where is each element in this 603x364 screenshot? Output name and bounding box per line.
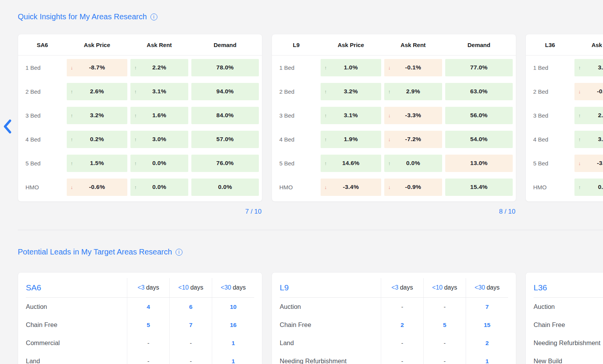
cell-wrap: ↑3.2%	[321, 83, 384, 100]
arrow-up-icon: ↑	[324, 137, 327, 142]
lead-type-label: Auction	[26, 298, 127, 316]
lead-count: 4	[127, 298, 169, 316]
row-label: 4 Bed	[272, 136, 321, 143]
arrow-up-icon: ↑	[71, 137, 73, 142]
lead-count: 1	[212, 352, 254, 364]
arrow-up-icon: ↑	[71, 113, 73, 118]
cell-wrap: ↑2.2%	[130, 59, 191, 76]
column-header-unit: days	[400, 284, 413, 291]
cell-value: 76.0%	[216, 160, 234, 167]
area-link[interactable]: L36	[534, 278, 603, 297]
lead-type-label: Chain Free	[26, 316, 127, 334]
row-label: 1 Bed	[526, 64, 574, 71]
cell-wrap: ↑0.0%	[384, 155, 445, 172]
cell-value: 84.0%	[216, 112, 234, 119]
cell-value: 2.6%	[90, 88, 104, 95]
column-header-unit: days	[190, 284, 203, 291]
lead-type-label: Needing Refurbishment	[534, 334, 603, 352]
value-cell: ↓-0.6%	[67, 179, 127, 196]
cell-value: 1.9%	[344, 136, 358, 143]
lead-type-label: Chain Free	[280, 316, 381, 334]
insights-table: SA6Ask PriceAsk RentDemand1 Bed↓-8.7%↑2.…	[18, 34, 262, 202]
lead-count: 6	[169, 298, 212, 316]
value-cell: ↑3.1%	[130, 83, 188, 100]
table-row: 4 Bed↑3.7%	[526, 127, 603, 151]
value-cell: ↓-0.9%	[384, 179, 442, 196]
arrow-up-icon: ↑	[324, 65, 327, 70]
cell-value: 3.2%	[344, 88, 358, 95]
area-code-header: SA6	[18, 42, 67, 48]
leads-card-l36: L36<3days<10days<30daysAuctionChain Free…	[525, 272, 603, 364]
cell-value: 3.0%	[152, 136, 166, 143]
cell-value: 63.0%	[470, 88, 488, 95]
table-row: Commercial--1	[26, 334, 254, 352]
column-header-threshold: <3	[137, 284, 144, 291]
leads-table-header: L9<3days<10days<30days	[280, 278, 508, 298]
arrow-up-icon: ↑	[134, 185, 137, 190]
column-header-threshold: <10	[178, 284, 189, 291]
lead-count: 10	[212, 298, 254, 316]
lead-count: 16	[212, 316, 254, 334]
cell-wrap: ↑0.0%	[130, 179, 191, 196]
info-icon[interactable]	[150, 13, 157, 20]
lead-count: -	[127, 352, 169, 364]
table-row: Land--2	[280, 334, 508, 352]
column-header-unit: days	[233, 284, 246, 291]
cell-value: 0.2%	[90, 136, 104, 143]
area-code-header: L36	[526, 42, 574, 48]
row-label: 1 Bed	[272, 64, 321, 71]
cell-value: 3.4%	[598, 64, 603, 71]
area-link[interactable]: SA6	[26, 278, 127, 297]
table-row: Auction--7	[280, 298, 508, 316]
cell-value: 78.0%	[216, 64, 234, 71]
table-row: 3 Bed↑3.1%↓-3.3%56.0%	[272, 103, 516, 127]
table-row: 2 Bed↑2.6%↑3.1%94.0%	[18, 79, 262, 103]
arrow-up-icon: ↑	[134, 89, 137, 94]
lead-type-label: Land	[280, 334, 381, 352]
table-row: Land--1	[26, 352, 254, 364]
table-row: 1 Bed↓-8.7%↑2.2%78.0%	[18, 56, 262, 79]
cell-wrap: 77.0%	[445, 59, 516, 76]
table-row: 4 Bed↑1.9%↓-7.2%54.0%	[272, 127, 516, 151]
arrow-up-icon: ↑	[324, 89, 327, 94]
column-header: <10days	[169, 278, 212, 297]
cell-value: 0.0%	[152, 184, 166, 190]
value-cell: 78.0%	[191, 59, 259, 76]
lead-count: 5	[423, 316, 466, 334]
arrow-up-icon: ↑	[134, 137, 137, 142]
info-icon[interactable]	[176, 249, 182, 256]
leads-title-text: Potential Leads in My Target Areas Resea…	[18, 248, 172, 256]
pagination: 8 / 10	[272, 208, 516, 216]
arrow-up-icon: ↑	[324, 113, 327, 118]
value-cell: 77.0%	[445, 59, 513, 76]
arrow-up-icon: ↑	[388, 89, 391, 94]
value-cell: ↑3.1%	[321, 107, 381, 124]
lead-count: 7	[466, 298, 508, 316]
arrow-down-icon: ↓	[388, 185, 391, 190]
pagination: 7 / 10	[18, 208, 262, 216]
row-label: 4 Bed	[526, 136, 574, 143]
insight-card-l36: L36Ask PriceAsk RentDemand1 Bed↑3.4%2 Be…	[525, 34, 603, 202]
cell-value: 2.1%	[598, 112, 603, 119]
row-label: HMO	[272, 184, 321, 190]
value-cell: ↑1.0%	[321, 59, 381, 76]
column-header: <10days	[423, 278, 466, 297]
cell-wrap: ↑0.0%	[130, 155, 191, 172]
leads-card-sa6: SA6<3days<10days<30daysAuction4610Chain …	[18, 272, 262, 364]
cell-value: 54.0%	[470, 136, 488, 143]
value-cell: ↑3.4%	[574, 59, 603, 76]
column-header-threshold: <30	[221, 284, 231, 291]
cell-wrap: ↓-7.2%	[384, 131, 445, 148]
value-cell: ↓-3.3%	[384, 107, 442, 124]
value-cell: ↓-8.7%	[67, 59, 127, 76]
cell-wrap: ↑3.2%	[67, 107, 130, 124]
table-row: Needing Refurbishment--1	[280, 352, 508, 364]
value-cell: ↑3.2%	[67, 107, 127, 124]
lead-count: 7	[169, 316, 212, 334]
cell-wrap: ↑1.0%	[321, 59, 384, 76]
cell-wrap: ↑3.1%	[321, 107, 384, 124]
cell-value: 1.5%	[90, 160, 104, 167]
area-link[interactable]: L9	[280, 278, 381, 297]
value-cell: ↑14.6%	[321, 155, 381, 172]
carousel-prev-button[interactable]	[2, 118, 13, 135]
